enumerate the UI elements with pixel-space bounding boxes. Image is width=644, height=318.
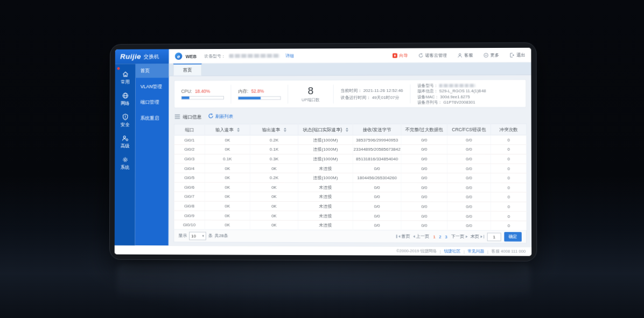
page-number[interactable]: 3 xyxy=(444,234,449,239)
table-cell: Gi0/1 xyxy=(174,135,205,145)
sidebar-group-advanced[interactable]: 高级 xyxy=(115,131,135,153)
table-cell: 0/0 xyxy=(353,221,401,230)
table-cell: 0/0 xyxy=(447,154,491,164)
table-cell: 0/0 xyxy=(401,173,447,183)
next-page-button[interactable]: 下一页 xyxy=(451,234,467,239)
table-cell: 0/0 xyxy=(353,202,401,211)
top-bar: Ruijie 交换机 e WEB 设备型号： 详细 向导 诺客云管理 客服 xyxy=(115,48,531,64)
header-nav-cloud-manage[interactable]: 诺客云管理 xyxy=(418,52,447,58)
table-cell: Gi0/2 xyxy=(174,145,205,154)
header-nav-wizard[interactable]: 向导 xyxy=(393,52,408,58)
community-link[interactable]: 锐捷社区 xyxy=(444,249,460,255)
table-cell: 0 xyxy=(491,221,527,231)
first-page-button[interactable]: 首页 xyxy=(396,234,410,239)
table-cell: 0/0 xyxy=(353,192,401,202)
screen: Ruijie 交换机 e WEB 设备型号： 详细 向导 诺客云管理 客服 xyxy=(115,48,531,256)
refresh-icon xyxy=(208,113,213,121)
table-row: Gi0/40K0K未连接0/00/00/00 xyxy=(174,164,527,173)
memory-section: 内存: 52.8% xyxy=(230,84,288,103)
submenu-item-reboot[interactable]: 系统重启 xyxy=(135,111,169,125)
faq-link[interactable]: 常见问题 xyxy=(467,249,484,255)
table-cell: 0/0 xyxy=(401,145,447,154)
sidebar-group-system[interactable]: 系统 xyxy=(115,153,135,174)
table-cell: 0K xyxy=(205,211,250,221)
table-cell: 0/0 xyxy=(353,164,401,173)
table-cell: 0/0 xyxy=(447,145,491,154)
uptime-value: 49天01时07分 xyxy=(372,95,400,100)
table-cell: 0 xyxy=(491,164,527,173)
header-nav-logout[interactable]: 退出 xyxy=(509,52,525,58)
advanced-icon xyxy=(122,135,129,142)
table-cell: 0K xyxy=(205,220,250,230)
confirm-button[interactable]: 确定 xyxy=(504,232,522,242)
sort-icon[interactable] xyxy=(237,128,240,132)
table-cell: 0/0 xyxy=(447,182,491,192)
page-number[interactable]: 1 xyxy=(432,234,437,239)
sidebar-group-network[interactable]: 网络 xyxy=(115,89,136,110)
table-cell: 0/0 xyxy=(401,135,447,145)
system-icon xyxy=(121,156,128,164)
table-cell: 0 xyxy=(491,192,527,202)
table-row: Gi0/50K0.2K连接(1000M)1804456/2653042600/0… xyxy=(174,173,527,182)
table-cell: 0.2K xyxy=(250,173,298,183)
header-nav-more[interactable]: 更多 xyxy=(484,52,499,58)
refresh-list-link[interactable]: 刷新列表 xyxy=(208,112,233,120)
table-cell: Gi0/4 xyxy=(174,164,205,173)
sort-icon[interactable] xyxy=(284,128,286,132)
memory-bar xyxy=(238,96,281,100)
sidebar-group-common[interactable]: 常用 xyxy=(115,67,136,89)
cpu-bar-fill xyxy=(181,96,189,99)
table-cell: 0 xyxy=(491,145,527,154)
table-cell: 0 xyxy=(491,173,527,183)
column-header[interactable]: 状态(端口实际速率) xyxy=(298,124,353,135)
table-cell: 0/0 xyxy=(401,211,447,221)
table-cell: 未连接 xyxy=(298,201,353,211)
detail-link[interactable]: 详细 xyxy=(285,53,294,59)
table-cell: Gi0/6 xyxy=(174,182,205,192)
last-page-button[interactable]: 末页 xyxy=(471,234,485,239)
sidebar-group-security[interactable]: 安全 xyxy=(115,110,135,131)
support-icon xyxy=(457,53,463,58)
monitor-bezel: Ruijie 交换机 e WEB 设备型号： 详细 向导 诺客云管理 客服 xyxy=(110,43,536,261)
memory-label: 内存: xyxy=(238,88,248,94)
table-cell: 1804456/265304260 xyxy=(353,173,401,183)
column-header[interactable]: 输入速率 xyxy=(205,124,250,136)
table-cell: 0/0 xyxy=(353,211,401,221)
prev-page-button[interactable]: 上一页 xyxy=(413,234,429,239)
table-cell: 0/0 xyxy=(401,164,447,173)
table-cell: 0K xyxy=(250,192,298,202)
submenu-item-port[interactable]: 端口管理 xyxy=(135,95,169,109)
logout-icon xyxy=(509,52,515,58)
page-number[interactable]: 2 xyxy=(438,234,443,239)
version-label: 版本信息： xyxy=(417,88,438,93)
tab-home[interactable]: 首页 xyxy=(173,63,202,75)
submenu-item-home[interactable]: 首页 xyxy=(135,63,169,77)
table-cell: 连接(1000M) xyxy=(298,173,353,183)
table-row: Gi0/10K0.2K连接(1000M)38537596/2999409530/… xyxy=(174,135,526,145)
table-cell: 未连接 xyxy=(298,211,353,221)
table-cell: 0 xyxy=(491,154,527,164)
footer: ©2000-2019 锐捷网络 | 锐捷社区 | 常见问题 | 客服 4008 … xyxy=(115,245,531,256)
table-cell: 23344895/20585673842 xyxy=(353,145,401,154)
column-header[interactable]: 输出速率 xyxy=(250,124,298,135)
spacer xyxy=(297,55,382,56)
table-cell: 0 xyxy=(491,202,527,211)
table-cell: 0/0 xyxy=(401,154,447,164)
current-time-value: 2021-11-26 12:52:46 xyxy=(363,88,403,93)
sort-icon[interactable] xyxy=(346,128,348,132)
page-nav: 首页 上一页 123 下一页 末页 xyxy=(396,232,522,242)
table-cell: Gi0/10 xyxy=(174,220,205,230)
header-nav-support[interactable]: 客服 xyxy=(457,52,473,58)
submenu-item-vlan[interactable]: VLAN管理 xyxy=(135,80,169,94)
table-cell: 0 xyxy=(491,183,527,193)
jump-page-input[interactable] xyxy=(487,232,501,241)
cpu-section: CPU: 18.40% xyxy=(174,84,231,103)
uptime-label: 设备运行时间： xyxy=(340,95,370,100)
page-size-select[interactable]: 10 ▾ xyxy=(189,232,206,240)
table-cell: 连接(1000M) xyxy=(298,145,353,154)
device-model-redacted xyxy=(229,54,279,58)
table-cell: 0.2K xyxy=(250,135,298,145)
cpu-value: 18.40% xyxy=(195,89,210,94)
notification-dot xyxy=(117,67,120,70)
up-ports-section: 8 UP端口数 xyxy=(288,84,333,103)
